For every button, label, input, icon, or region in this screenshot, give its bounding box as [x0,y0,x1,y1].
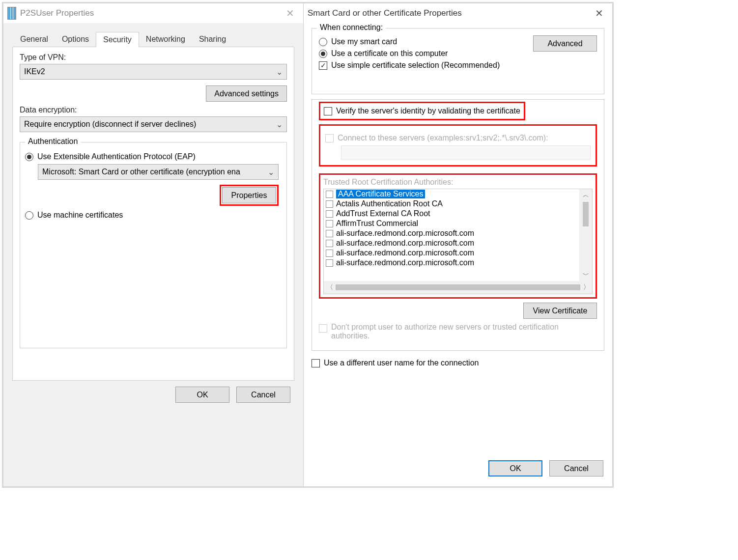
checkbox-icon [326,250,333,257]
cancel-button[interactable]: Cancel [549,460,603,476]
vpn-type-label: Type of VPN: [20,53,287,62]
list-item[interactable]: ali-surface.redmond.corp.microsoft.com [324,258,579,268]
list-item-label: Actalis Authentication Root CA [336,199,443,208]
list-item[interactable]: AAA Certificate Services [324,189,579,199]
scroll-left-icon[interactable]: 〈 [324,283,336,292]
data-encryption-combo[interactable]: Require encryption (disconnect if server… [20,116,287,132]
tab-security[interactable]: Security [96,32,139,47]
scroll-thumb[interactable] [336,284,580,290]
checkbox-icon [326,240,333,247]
data-encryption-label: Data encryption: [20,106,287,114]
properties-button[interactable]: Properties [222,187,276,203]
eap-method-combo[interactable]: Microsoft: Smart Card or other certifica… [38,164,279,180]
radio-icon [319,38,327,46]
cancel-button[interactable]: Cancel [236,387,290,403]
machine-cert-label: Use machine certificates [37,211,123,220]
scroll-up-icon[interactable]: ︿ [579,189,592,201]
verify-identity-label: Verify the server's identity by validati… [336,107,520,115]
advanced-settings-button[interactable]: Advanced settings [206,85,287,102]
dialog-title-left: P2SUser Properties [20,8,94,18]
radio-icon [25,153,33,161]
chevron-down-icon: ⌄ [268,168,274,177]
list-item-label: AffirmTrust Commercial [336,219,418,228]
horizontal-scrollbar[interactable]: 〈 〉 [324,281,592,294]
close-icon[interactable]: ✕ [281,6,299,20]
close-icon[interactable]: ✕ [590,6,608,20]
eap-method-value: Microsoft: Smart Card or other certifica… [42,168,240,176]
tab-general[interactable]: General [13,32,55,47]
dialog-title-right: Smart Card or other Certificate Properti… [308,8,462,18]
list-item-label: AddTrust External CA Root [336,209,430,218]
list-item[interactable]: ali-surface.redmond.corp.microsoft.com [324,238,579,248]
list-item[interactable]: ali-surface.redmond.corp.microsoft.com [324,248,579,258]
data-encryption-value: Require encryption (disconnect if server… [24,120,196,129]
checkbox-icon [312,359,320,367]
list-item[interactable]: Actalis Authentication Root CA [324,199,579,209]
list-item-label: AAA Certificate Services [336,190,425,198]
radio-icon [25,211,33,220]
list-item-label: ali-surface.redmond.corp.microsoft.com [336,229,474,238]
list-item[interactable]: AffirmTrust Commercial [324,219,579,228]
list-item-label: ali-surface.redmond.corp.microsoft.com [336,239,474,248]
list-item-label: ali-surface.redmond.corp.microsoft.com [336,258,474,267]
tab-options[interactable]: Options [55,32,96,47]
list-item[interactable]: ali-surface.redmond.corp.microsoft.com [324,228,579,238]
view-certificate-button[interactable]: View Certificate [523,303,597,319]
radio-icon [319,50,327,58]
dialog-icon [7,7,16,20]
vpn-type-value: IKEv2 [24,67,45,76]
checkbox-icon [326,191,333,198]
trusted-root-label: Trusted Root Certification Authorities: [323,178,593,187]
scroll-thumb[interactable] [583,202,589,226]
trusted-root-listbox[interactable]: AAA Certificate ServicesActalis Authenti… [323,189,593,294]
checkbox-icon [325,134,334,142]
dont-prompt-label: Don't prompt user to authorize new serve… [331,323,572,340]
p2suser-properties-dialog: P2SUser Properties ✕ General Options Sec… [3,3,304,486]
checkbox-icon [326,230,333,237]
connect-servers-checkbox: Connect to these servers (examples:srv1;… [325,134,591,142]
use-certificate-label: Use a certificate on this computer [331,49,448,58]
scroll-right-icon[interactable]: 〉 [580,283,592,292]
checkbox-icon [319,61,327,70]
checkbox-icon [319,324,327,333]
connect-servers-label: Connect to these servers (examples:srv1;… [338,134,548,142]
simple-selection-checkbox[interactable]: Use simple certificate selection (Recomm… [319,61,597,70]
titlebar-left: P2SUser Properties ✕ [3,3,303,23]
chevron-down-icon: ⌄ [276,120,283,129]
list-item[interactable]: AddTrust External CA Root [324,209,579,219]
ok-button[interactable]: OK [175,387,229,403]
list-item-label: ali-surface.redmond.corp.microsoft.com [336,249,474,257]
checkbox-icon [324,107,332,115]
titlebar-right: Smart Card or other Certificate Properti… [304,3,612,23]
chevron-down-icon: ⌄ [276,67,283,77]
scroll-down-icon[interactable]: ﹀ [579,269,592,281]
advanced-button[interactable]: Advanced [533,35,597,52]
tab-sharing[interactable]: Sharing [192,32,233,47]
dont-prompt-checkbox: Don't prompt user to authorize new serve… [319,323,597,340]
use-smartcard-label: Use my smart card [331,37,397,46]
ok-button[interactable]: OK [488,460,542,476]
vpn-type-combo[interactable]: IKEv2 ⌄ [20,64,287,80]
connect-servers-input [341,145,591,160]
tabstrip: General Options Security Networking Shar… [13,32,299,47]
vertical-scrollbar[interactable]: ︿ ﹀ [579,189,592,281]
authentication-legend: Authentication [25,137,81,146]
simple-selection-label: Use simple certificate selection (Recomm… [331,61,500,70]
checkbox-icon [326,259,333,267]
smartcard-properties-dialog: Smart Card or other Certificate Properti… [304,3,612,486]
different-username-label: Use a different user name for the connec… [324,359,479,367]
eap-radio-row[interactable]: Use Extensible Authentication Protocol (… [25,152,282,161]
eap-label: Use Extensible Authentication Protocol (… [37,152,196,161]
security-tabpanel: Type of VPN: IKEv2 ⌄ Advanced settings D… [12,47,294,381]
different-username-checkbox[interactable]: Use a different user name for the connec… [312,359,604,367]
checkbox-icon [326,210,333,218]
when-connecting-legend: When connecting: [317,23,386,32]
checkbox-icon [326,220,333,227]
tab-networking[interactable]: Networking [139,32,192,47]
verify-identity-checkbox[interactable]: Verify the server's identity by validati… [324,107,520,115]
machine-cert-radio-row[interactable]: Use machine certificates [25,211,282,220]
checkbox-icon [326,200,333,208]
